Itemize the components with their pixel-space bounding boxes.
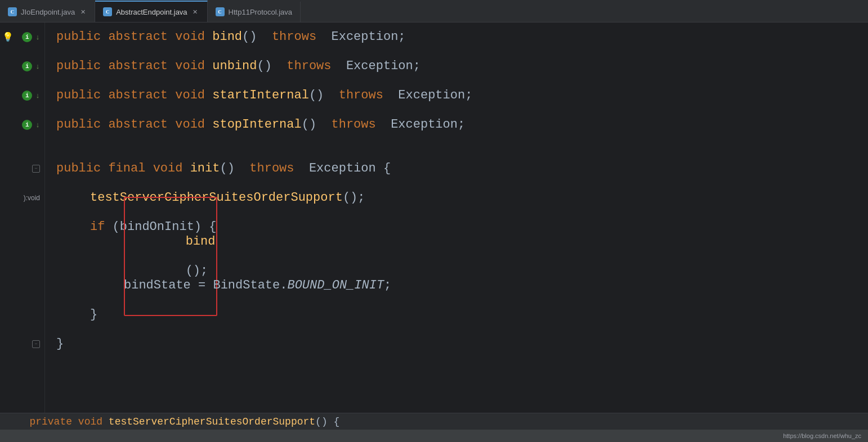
gutter-row-2: i ↓ <box>0 52 44 81</box>
kw-public-4: public <box>56 110 108 139</box>
kw-throws-2: throws <box>287 52 338 81</box>
tab-bar: C JIoEndpoint.java ✕ C AbstractEndpoint.… <box>0 0 868 22</box>
kw-throws-3: throws <box>339 81 391 110</box>
tab-close-abstract[interactable]: ✕ <box>191 8 199 16</box>
punct-10b: . <box>280 271 287 300</box>
code-line-6: public final void init () throws Excepti… <box>45 154 868 183</box>
punct-8a: ( <box>113 213 120 242</box>
fn-bind-call: bind <box>186 234 216 249</box>
kw-throws-4: throws <box>332 110 383 139</box>
kw-public-3: public <box>56 81 108 110</box>
gutter-row-9 <box>0 242 44 271</box>
punct-10a: = <box>198 271 213 300</box>
gutter-arrow-2: ↓ <box>35 62 40 71</box>
kw-throws-1: throws <box>272 22 324 52</box>
void-label: ):void <box>24 194 40 202</box>
var-bindState: bindState <box>124 271 198 300</box>
line-gutter: 💡 i ↓ i ↓ i ↓ i ↓ − ):void <box>0 22 45 413</box>
tab-icon-jio: C <box>8 7 17 16</box>
gutter-row-6: − <box>0 154 44 183</box>
kw-public-1: public <box>56 22 108 52</box>
punct-4: () <box>302 110 332 139</box>
gutter-row-11 <box>0 300 44 330</box>
kw-abstract-2: abstract <box>108 52 175 81</box>
editor-container: 💡 i ↓ i ↓ i ↓ i ↓ − ):void <box>0 22 868 413</box>
code-area: public abstract void bind () throws Exce… <box>45 22 868 413</box>
gutter-circle-3: i <box>22 91 32 101</box>
gutter-row-8 <box>0 213 44 242</box>
gutter-collapse-6[interactable]: − <box>32 165 40 173</box>
fn-bottom: testServerCipherSuitesOrderSupport <box>109 416 315 427</box>
gutter-circle-4: i <box>22 120 32 130</box>
kw-if-8: if <box>90 213 113 242</box>
gutter-row-1: 💡 i ↓ <box>0 22 44 52</box>
kw-void-6: void <box>153 154 190 183</box>
punct-semi-2: ; <box>413 52 420 81</box>
code-line-1: public abstract void bind () throws Exce… <box>45 22 868 52</box>
punct-7: (); <box>343 183 365 213</box>
tab-label-abstract: AbstractEndpoint.java <box>116 8 187 16</box>
gutter-collapse-12[interactable]: − <box>32 340 40 348</box>
kw-private-bottom: private <box>11 416 78 427</box>
kw-void-4: void <box>175 110 212 139</box>
fn-startInternal: startInternal <box>212 81 309 110</box>
tab-icon-abstract: C <box>103 7 112 16</box>
kw-void-3: void <box>175 81 212 110</box>
tab-jio[interactable]: C JIoEndpoint.java ✕ <box>0 2 95 22</box>
kw-abstract-3: abstract <box>108 81 175 110</box>
tab-close-jio[interactable]: ✕ <box>79 8 87 16</box>
gutter-row-7: ):void <box>0 183 44 213</box>
cls-exception-2: Exception <box>339 52 413 81</box>
kw-void-1: void <box>175 22 212 52</box>
gutter-row-4: i ↓ <box>0 110 44 139</box>
punct-2: () <box>257 52 287 81</box>
gutter-arrow-4: ↓ <box>35 121 40 129</box>
cls-exception-3: Exception <box>391 81 465 110</box>
tab-label-http11: Http11Protocol.java <box>229 8 292 16</box>
punct-semi-4: ; <box>458 110 465 139</box>
punct-10c: ; <box>384 271 391 300</box>
gutter-circle-2: i <box>22 61 32 71</box>
code-line-5 <box>45 139 868 154</box>
kw-abstract-4: abstract <box>108 110 175 139</box>
fn-bind: bind <box>212 22 242 52</box>
kw-public-2: public <box>56 52 108 81</box>
fn-stopInternal: stopInternal <box>212 110 301 139</box>
gutter-row-12: − <box>0 330 44 359</box>
kw-throws-6: throws <box>249 154 301 183</box>
tab-http11[interactable]: C Http11Protocol.java <box>208 2 301 22</box>
cls-exception-4: Exception <box>383 110 458 139</box>
cls-bindState: BindState <box>213 271 280 300</box>
const-bound-on-init: BOUND_ON_INIT <box>287 271 384 300</box>
fn-init: init <box>190 154 220 183</box>
code-line-9: bind (); <box>45 242 868 271</box>
kw-void-2: void <box>175 52 212 81</box>
brace-close-12: } <box>56 330 64 359</box>
code-line-3: public abstract void startInternal () th… <box>45 81 868 110</box>
gutter-arrow-1: ↓ <box>35 33 40 42</box>
punct-3: () <box>309 81 339 110</box>
gutter-circle-1: i <box>22 32 32 42</box>
gutter-row-3: i ↓ <box>0 81 44 110</box>
bottom-hint-bar: private void testServerCipherSuitesOrder… <box>0 413 868 430</box>
punct-semi-3: ; <box>465 81 472 110</box>
punct-1: () <box>242 22 272 52</box>
code-line-4: public abstract void stopInternal () thr… <box>45 110 868 139</box>
tab-label-jio: JIoEndpoint.java <box>21 8 75 16</box>
tab-abstract[interactable]: C AbstractEndpoint.java ✕ <box>95 1 207 22</box>
code-line-12: } <box>45 330 868 359</box>
kw-public-6: public <box>56 154 108 183</box>
tab-icon-http11: C <box>216 7 225 16</box>
fn-unbind: unbind <box>212 52 257 81</box>
status-url: https://blog.csdn.net/whu_zc <box>783 432 861 439</box>
punct-6: () <box>220 154 249 183</box>
code-line-10: bindState = BindState . BOUND_ON_INIT ; <box>45 271 868 300</box>
kw-void-bottom: void <box>78 416 109 427</box>
hint-bulb-1[interactable]: 💡 <box>2 31 14 43</box>
punct-semi-1: ; <box>398 22 405 52</box>
punct-bottom: () { <box>315 416 339 427</box>
status-bar: https://blog.csdn.net/whu_zc <box>0 430 868 442</box>
code-line-2: public abstract void unbind () throws Ex… <box>45 52 868 81</box>
cls-exception-1: Exception <box>324 22 398 52</box>
kw-final-6: final <box>108 154 153 183</box>
